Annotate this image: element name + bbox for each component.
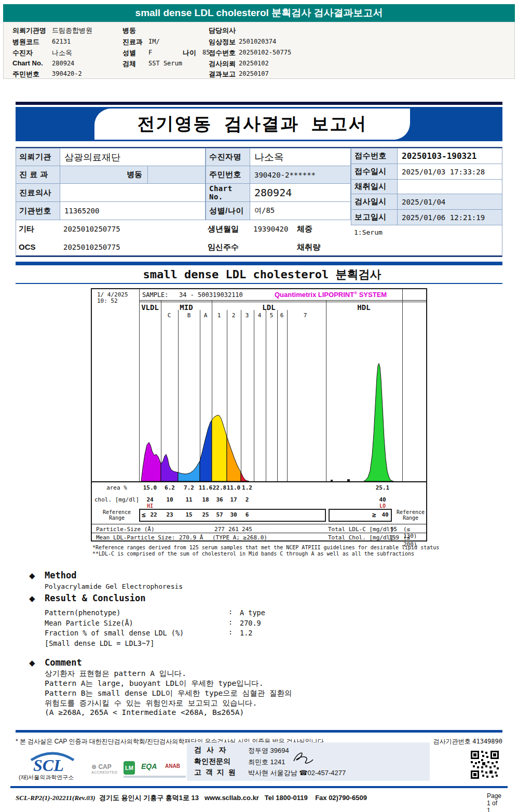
peak-hdl: [364, 363, 393, 481]
serum-note: 1:Serum: [354, 228, 383, 236]
info-value: 드림종합병원: [52, 26, 92, 35]
order-value: 390420-2******: [250, 166, 351, 184]
info-label: 임상정보: [209, 37, 236, 47]
org-number-value: 41349890: [472, 738, 502, 745]
area-value: 1.2: [242, 484, 252, 491]
section-title: small dense LDL cholesterol 분획검사: [143, 267, 381, 282]
lmi-logo: LM: [124, 761, 135, 775]
info-value: 20250107: [239, 70, 269, 77]
peak-ldl2: [227, 437, 241, 481]
report-title: small dense LDL cholesterol 분획검사 검사결과보고서: [135, 6, 383, 20]
area-value: 7.2: [184, 484, 194, 491]
result-colon: :: [228, 607, 233, 616]
diamond-bullet: ◆: [29, 571, 35, 580]
total-chol-label: Total Chol. [mg/dl]:: [328, 534, 397, 541]
particle-row-label: Particle-Size (Å): [96, 526, 155, 533]
total-ldl-label: Total LDL-C [mg/dl]:: [328, 526, 397, 533]
info-label: 나이: [183, 48, 196, 58]
order-label: 접수번호: [351, 148, 398, 164]
peak-ldl1: [212, 415, 227, 481]
chol-value-hdl: 40: [379, 496, 386, 503]
cap-logo-subtext: ACCREDITED: [91, 770, 118, 774]
info-value: IM/: [148, 38, 160, 45]
flag-hi: HI: [147, 503, 153, 509]
chol-value: 36: [216, 496, 223, 503]
section-rule-thin: [16, 283, 502, 284]
order-value: [60, 183, 206, 202]
particle-value: 245: [242, 526, 252, 533]
order-label: OCS: [19, 242, 36, 251]
logo-subline: [124, 776, 186, 778]
order-label: 채취일시: [351, 179, 398, 194]
order-label: 진료의사: [16, 183, 60, 202]
order-label: 검사일시: [351, 194, 398, 210]
method-body: Polyacrylamide Gel Electrophoresis: [45, 583, 183, 590]
info-value: SST Serum: [148, 60, 182, 67]
chol-value: 24: [146, 496, 153, 503]
area-row-label: area %: [106, 484, 127, 491]
result-item-label: Fraction % of small dense LDL (%): [45, 629, 184, 637]
footnote-1: *Reference ranges derived from 125 serum…: [92, 545, 439, 550]
order-value: 2025/01/06 12:21:19: [397, 209, 502, 225]
ref-value: 57: [216, 511, 223, 518]
order-label: 접수일시: [351, 164, 398, 180]
report-header-bar: small dense LDL cholesterol 분획검사 검사결과보고서: [3, 4, 515, 22]
ref-row-label2: Range: [109, 515, 125, 521]
chol-value: 11: [185, 496, 192, 503]
order-value: 11365200: [60, 201, 206, 220]
eqa-logo: EQA: [141, 762, 157, 770]
result-item-label: Mean Particle Size(Å): [45, 619, 133, 627]
order-extra-label: 채취량: [297, 242, 320, 252]
mean-row-label: Mean LDL-Particle Size:: [96, 534, 175, 541]
comment-title: Comment: [45, 657, 82, 668]
order-value: [147, 166, 206, 184]
banner-title: 전기영동 검사결과 보고서: [138, 112, 367, 136]
info-label: 의뢰기관명: [12, 26, 46, 35]
peak-vldl: [141, 442, 161, 481]
area-value: 15.0: [143, 484, 157, 491]
result-item-value: A type: [240, 608, 265, 617]
comment-line: (A ≥268A, 265A < Intermediate <268A, B≤2…: [45, 708, 244, 716]
ref-value: 23: [166, 511, 173, 518]
order-sublabel: 병동: [127, 170, 147, 180]
info-label: Chart No.: [12, 59, 43, 67]
ref-value-hdl: 40: [381, 511, 388, 518]
info-value: F: [148, 49, 152, 56]
banner-plate: 전기영동 검사결과 보고서: [94, 109, 410, 140]
lipoprint-panel: 1/ 4/2025 10: 52 SAMPLE: 34 - 5003190321…: [91, 288, 427, 542]
info-value: 20250102-50775: [239, 49, 291, 56]
chol-value: 17: [230, 496, 237, 503]
order-label: 진 료 과: [16, 166, 60, 184]
flag-lo: LO: [379, 503, 386, 509]
info-label: 담당의사: [209, 26, 236, 35]
order-value: 여/85: [250, 201, 351, 220]
chol-row-label: chol. [mg/dl]: [94, 496, 139, 503]
chol-value: 18: [202, 496, 209, 503]
total-chol-value: 159: [389, 534, 399, 541]
ref-row-label-right: Reference: [397, 509, 425, 515]
lab-web: www.scllab.co.kr: [205, 794, 259, 802]
order-value: 2025/01/04: [397, 194, 502, 210]
ref-row-label-right2: Range: [403, 515, 418, 521]
result-title: Result & Conclusion: [45, 593, 145, 603]
lipoprint-curve: [92, 289, 426, 481]
result-item-label: Pattern(phenotype): [45, 608, 120, 617]
order-value: 20250103-190321: [397, 148, 502, 164]
doc-code: SCL-RP2(1)-202211(Rev.03): [16, 794, 96, 802]
area-value: 6.2: [165, 484, 175, 491]
particle-value: 261: [228, 526, 239, 533]
ref-value: 22: [150, 511, 157, 518]
staff-label: 검 사 자: [194, 746, 228, 755]
staff-label: 고 객 지 원: [194, 768, 237, 777]
info-value: 나소옥: [52, 48, 72, 58]
order-label: 기관번호: [16, 201, 60, 220]
anab-logo: ANAB: [165, 763, 180, 769]
ref-row-label: Reference: [103, 509, 131, 515]
page-indicator: Page 1 of 1: [487, 792, 502, 812]
info-label: 결과보고: [209, 70, 236, 79]
mean-type: (TYPE A; ≥268.0): [212, 534, 267, 541]
order-value: 삼광의료재단: [60, 148, 206, 166]
info-value: 62131: [52, 38, 71, 45]
result-item-value: 270.9: [240, 619, 261, 627]
comment-line: 위험도를 증가시킬 수 있는 위험인자로 보고되고 있습니다.: [45, 698, 257, 708]
